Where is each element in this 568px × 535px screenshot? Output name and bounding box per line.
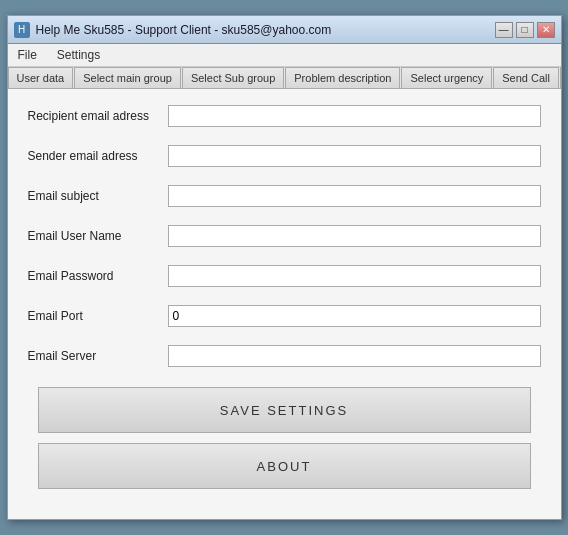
save-settings-button[interactable]: SAVE SETTINGS [38, 387, 531, 433]
email-username-row: Email User Name [28, 225, 541, 247]
sender-email-row: Sender email adress [28, 145, 541, 167]
email-username-label: Email User Name [28, 229, 168, 243]
minimize-button[interactable]: — [495, 22, 513, 38]
tab-send-call[interactable]: Send Call [493, 67, 559, 88]
main-window: H Help Me Sku585 - Support Client - sku5… [7, 15, 562, 520]
maximize-button[interactable]: □ [516, 22, 534, 38]
email-password-label: Email Password [28, 269, 168, 283]
email-password-row: Email Password [28, 265, 541, 287]
menu-bar: File Settings [8, 44, 561, 67]
email-server-label: Email Server [28, 349, 168, 363]
title-bar: H Help Me Sku585 - Support Client - sku5… [8, 16, 561, 44]
email-subject-label: Email subject [28, 189, 168, 203]
button-area: SAVE SETTINGS ABOUT [28, 387, 541, 489]
settings-content: Recipient email adress Sender email adre… [8, 89, 561, 519]
email-port-input[interactable] [168, 305, 541, 327]
close-button[interactable]: ✕ [537, 22, 555, 38]
menu-file[interactable]: File [12, 46, 43, 64]
tab-user-data[interactable]: User data [8, 67, 74, 88]
recipient-email-label: Recipient email adress [28, 109, 168, 123]
tab-settings[interactable]: Settings [560, 67, 561, 89]
about-button[interactable]: ABOUT [38, 443, 531, 489]
email-subject-input[interactable] [168, 185, 541, 207]
recipient-email-row: Recipient email adress [28, 105, 541, 127]
title-bar-left: H Help Me Sku585 - Support Client - sku5… [14, 22, 332, 38]
recipient-email-input[interactable] [168, 105, 541, 127]
tab-bar: User data Select main group Select Sub g… [8, 67, 561, 89]
email-port-row: Email Port [28, 305, 541, 327]
window-title: Help Me Sku585 - Support Client - sku585… [36, 23, 332, 37]
tab-problem-desc[interactable]: Problem description [285, 67, 400, 88]
app-icon: H [14, 22, 30, 38]
tab-main-group[interactable]: Select main group [74, 67, 181, 88]
sender-email-label: Sender email adress [28, 149, 168, 163]
tab-sub-group[interactable]: Select Sub group [182, 67, 284, 88]
menu-settings[interactable]: Settings [51, 46, 106, 64]
email-server-row: Email Server [28, 345, 541, 367]
email-port-label: Email Port [28, 309, 168, 323]
email-subject-row: Email subject [28, 185, 541, 207]
sender-email-input[interactable] [168, 145, 541, 167]
email-password-input[interactable] [168, 265, 541, 287]
window-controls: — □ ✕ [495, 22, 555, 38]
email-username-input[interactable] [168, 225, 541, 247]
tab-urgency[interactable]: Select urgency [401, 67, 492, 88]
email-server-input[interactable] [168, 345, 541, 367]
